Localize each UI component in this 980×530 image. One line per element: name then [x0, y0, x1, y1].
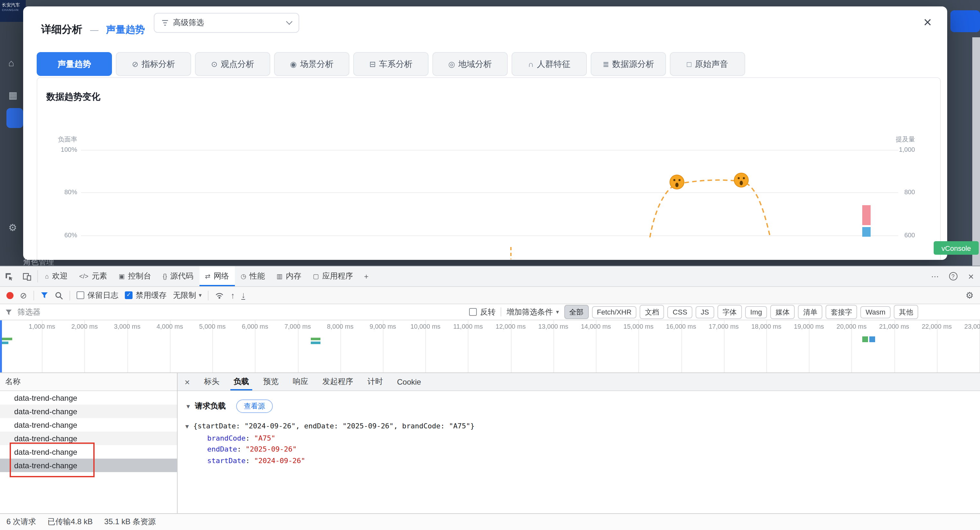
request-activity-bar [862, 336, 868, 342]
details-tab[interactable]: 负载 [226, 373, 256, 390]
devtools-tab-icon: ⇄ [205, 273, 210, 280]
transferred-size: 已传输4.8 kB [48, 516, 93, 527]
modal-tab[interactable]: □ 原始声音 [670, 52, 745, 76]
gridline [81, 150, 898, 151]
payload-summary-row[interactable]: ▼ {startDate: "2024-09-26", endDate: "20… [185, 421, 980, 433]
sidebar-apps-icon[interactable]: ▦ [8, 90, 18, 100]
details-tab[interactable]: 计时 [360, 373, 390, 390]
modal-tab[interactable]: ⊙ 观点分析 [195, 52, 270, 76]
details-tab[interactable]: 响应 [286, 373, 315, 390]
devtools-tab[interactable]: {} 源代码 [157, 266, 199, 286]
payload-expander[interactable]: ▼ 请求负载 [185, 401, 226, 412]
request-row[interactable]: data-trend-change [0, 391, 177, 405]
modal-tab-label: 声量趋势 [57, 58, 91, 70]
network-type-filter[interactable]: JS [695, 306, 714, 318]
modal-tab-label: 指标分析 [142, 58, 175, 70]
timeline-cell: 8,000 ms [298, 320, 341, 373]
vconsole-button[interactable]: vConsole [934, 241, 979, 255]
divider [501, 308, 501, 316]
page-primary-button[interactable] [950, 10, 980, 32]
request-row[interactable]: data-trend-change [0, 418, 177, 432]
network-settings-gear-icon[interactable]: ⚙ [966, 290, 974, 300]
modal-subtitle: 声量趋势 [106, 24, 145, 36]
network-type-filter[interactable]: 全部 [564, 305, 589, 319]
throttling-dropdown[interactable]: 无限制 ▾ [173, 290, 202, 301]
payload-property[interactable]: endDate"2025-09-26" [207, 444, 980, 455]
modal-tab[interactable]: ∩ 人群特征 [512, 52, 587, 76]
sidebar-home-icon[interactable]: ⌂ [8, 58, 14, 68]
modal-tab[interactable]: 声量趋势 [37, 52, 112, 76]
request-row[interactable]: data-trend-change [0, 445, 177, 459]
import-har-icon[interactable]: ↑ [231, 291, 235, 300]
request-row[interactable]: data-trend-change [0, 459, 177, 472]
modal-close-button[interactable]: × [923, 16, 932, 30]
chart-card [37, 77, 941, 260]
devtools-tab[interactable]: ⇄ 网络 [199, 266, 235, 286]
request-name: data-trend-change [14, 461, 77, 470]
network-type-filter[interactable]: Img [745, 306, 767, 318]
more-tools-button[interactable]: + [359, 266, 374, 286]
details-tab[interactable]: 发起程序 [315, 373, 360, 390]
requests-name-header[interactable]: 名称 [0, 373, 177, 391]
sidebar-active-item[interactable] [6, 108, 23, 128]
devtools-tab[interactable]: ▣ 控制台 [113, 266, 157, 286]
network-timeline-overview[interactable]: 1,000 ms 2,000 ms 3,000 ms 4,000 ms 5,00… [0, 320, 980, 373]
preserve-log-checkbox[interactable]: 保留日志 [76, 290, 118, 301]
modal-tab[interactable]: ◉ 场景分析 [274, 52, 349, 76]
payload-property[interactable]: brandCode"A75" [207, 433, 980, 444]
timeline-cell: 14,000 ms [554, 320, 597, 373]
record-button[interactable] [6, 292, 14, 299]
logo-text: 长安汽车 [2, 3, 24, 8]
network-type-filter[interactable]: Fetch/XHR [592, 306, 637, 318]
view-source-button[interactable]: 查看源 [236, 400, 273, 413]
timeline-tick-label: 23,000 ms [964, 323, 980, 330]
network-conditions-icon[interactable] [215, 291, 224, 300]
devtools-tab[interactable]: ▢ 应用程序 [307, 266, 359, 286]
devtools-close-icon[interactable]: × [962, 266, 980, 286]
devtools-tab[interactable]: ◷ 性能 [235, 266, 270, 286]
details-tab[interactable]: 标头 [197, 373, 226, 390]
overflow-menu-icon[interactable]: ⋯ [926, 266, 944, 286]
network-type-filter[interactable]: 媒体 [770, 305, 795, 319]
modal-tab-icon: ◎ [449, 59, 455, 68]
modal-tab[interactable]: ⊟ 车系分析 [353, 52, 428, 76]
sidebar-settings-icon[interactable]: ⚙ [8, 222, 17, 232]
device-toolbar-icon[interactable] [18, 266, 36, 286]
network-type-filter[interactable]: 清单 [798, 305, 822, 319]
page-scrollbar[interactable] [972, 37, 980, 266]
details-close-icon[interactable]: × [178, 373, 197, 390]
disable-cache-checkbox[interactable]: 禁用缓存 [125, 290, 167, 301]
modal-tab-label: 地域分析 [458, 58, 492, 70]
network-type-filter[interactable]: 字体 [718, 305, 742, 319]
modal-tab[interactable]: ⊘ 指标分析 [116, 52, 191, 76]
modal-tab[interactable]: ◎ 地域分析 [433, 52, 508, 76]
export-har-icon[interactable]: ↓ [241, 291, 245, 300]
devtools-tab[interactable]: ▥ 内存 [271, 266, 307, 286]
advanced-filter-dropdown[interactable]: 高级筛选 [154, 13, 299, 33]
network-type-filter[interactable]: 其他 [894, 305, 918, 319]
request-row[interactable]: data-trend-change [0, 405, 177, 418]
details-tab[interactable]: 预览 [256, 373, 286, 390]
more-filters-button[interactable]: 增加筛选条件 ▾ [506, 306, 559, 317]
filter-input[interactable] [18, 308, 210, 316]
payload-property[interactable]: startDate"2024-09-26" [207, 455, 980, 467]
divider [37, 270, 38, 282]
network-type-filter[interactable]: CSS [668, 306, 692, 318]
modal-tabbar: 声量趋势 ⊘ 指标分析 ⊙ 观点分析 ◉ 场景分析 ⊟ 车系分析 ◎ 地域分析 … [37, 52, 745, 76]
modal-tab[interactable]: ≣ 数据源分析 [591, 52, 666, 76]
inspect-element-icon[interactable] [0, 266, 18, 286]
invert-checkbox[interactable]: 反转 [469, 306, 495, 317]
details-tabbar: × 标头 负载 预览 响应 发起程序 [178, 373, 980, 391]
details-tab[interactable]: Cookie [390, 373, 428, 390]
network-type-filter[interactable]: Wasm [860, 306, 891, 318]
help-icon[interactable]: ? [944, 266, 962, 286]
search-icon[interactable] [55, 291, 63, 300]
network-type-filter[interactable]: 套接字 [826, 305, 857, 319]
devtools-tab[interactable]: </> 元素 [73, 266, 113, 286]
network-type-filter[interactable]: 文档 [640, 305, 664, 319]
devtools-tabbar: ⌂ 欢迎 </> 元素 ▣ 控制台 {} 源代码 ⇄ 网络 ◷ 性能 [0, 266, 980, 287]
clear-icon[interactable]: ⊘ [20, 291, 27, 300]
filter-funnel-icon[interactable] [41, 291, 48, 299]
devtools-tab[interactable]: ⌂ 欢迎 [39, 266, 73, 286]
request-row[interactable]: data-trend-change [0, 432, 177, 445]
